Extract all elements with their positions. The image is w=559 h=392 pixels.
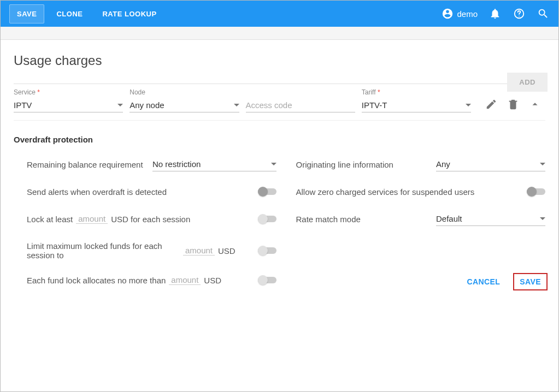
top-app-bar: SAVE CLONE RATE LOOKUP demo <box>1 1 558 27</box>
lock-at-least-toggle[interactable] <box>258 214 276 224</box>
search-icon[interactable] <box>537 7 550 20</box>
access-code-value: Access code <box>246 100 355 110</box>
chevron-down-icon <box>234 104 239 106</box>
lock-amount-input[interactable] <box>76 214 108 224</box>
cancel-button[interactable]: CANCEL <box>461 273 507 290</box>
rate-match-value: Default <box>436 214 540 223</box>
node-select[interactable]: Any node <box>130 98 239 112</box>
send-alerts-toggle[interactable] <box>258 187 276 197</box>
service-select[interactable]: IPTV <box>14 98 123 112</box>
remaining-balance-item: Remaining balance requirement No restric… <box>27 157 276 171</box>
each-fund-item: Each fund lock allocates no more than US… <box>27 275 276 285</box>
tariff-label: Tariff * <box>362 88 471 96</box>
page-title: Usage charges <box>14 53 545 68</box>
save-button[interactable]: SAVE <box>9 4 44 23</box>
node-field[interactable]: Node Any node <box>130 88 239 112</box>
usd-label: USD <box>218 246 236 256</box>
node-label: Node <box>130 88 239 96</box>
service-value: IPTV <box>14 100 117 110</box>
chevron-down-icon <box>466 104 471 106</box>
notifications-icon[interactable] <box>489 7 502 20</box>
chevron-down-icon <box>540 217 545 220</box>
limit-max-item: Limit maximum locked funds for each sess… <box>27 241 276 260</box>
help-icon[interactable] <box>513 7 526 20</box>
rate-match-label: Rate match mode <box>296 215 431 224</box>
allow-zero-toggle[interactable] <box>527 187 545 197</box>
usd-label: USD <box>204 276 221 285</box>
clone-button[interactable]: CLONE <box>49 4 90 23</box>
allow-zero-item: Allow zero charged services for suspende… <box>296 187 546 197</box>
charge-row: Service * IPTV Node Any node Access code… <box>14 84 545 121</box>
user-name: demo <box>457 9 478 19</box>
each-fund-toggle[interactable] <box>258 275 276 285</box>
add-button[interactable]: ADD <box>507 73 548 92</box>
chevron-down-icon <box>117 104 123 106</box>
page: Usage charges ADD Service * IPTV Node An… <box>1 40 558 298</box>
lock-suffix-label: USD for each session <box>111 215 190 224</box>
each-fund-label: Each fund lock allocates no more than <box>27 276 166 285</box>
chevron-down-icon <box>271 163 276 165</box>
rate-match-select[interactable]: Default <box>436 212 545 226</box>
access-code-input[interactable]: Access code <box>246 98 355 112</box>
account-icon <box>442 7 454 20</box>
rate-match-item: Rate match mode Default <box>296 212 546 226</box>
save-dialog-button[interactable]: SAVE <box>513 273 548 290</box>
edit-icon[interactable] <box>485 98 497 110</box>
limit-amount-input[interactable] <box>183 246 215 256</box>
oli-value: Any <box>436 159 540 169</box>
chevron-down-icon <box>540 163 545 165</box>
remaining-balance-select[interactable]: No restriction <box>152 157 276 171</box>
dialog-footer: CANCEL SAVE <box>461 273 548 290</box>
row-actions <box>478 98 545 112</box>
tariff-field[interactable]: Tariff * IPTV-T <box>362 88 471 112</box>
access-code-field[interactable]: Access code <box>246 96 355 112</box>
user-chip[interactable]: demo <box>442 7 478 20</box>
top-right: demo <box>442 7 550 20</box>
limit-max-toggle[interactable] <box>258 246 276 256</box>
overdraft-grid: Remaining balance requirement No restric… <box>27 157 545 285</box>
allow-zero-label: Allow zero charged services for suspende… <box>296 187 522 197</box>
collapse-icon[interactable] <box>529 98 541 110</box>
send-alerts-item: Send alerts when overdraft is detected <box>27 187 276 197</box>
oli-item: Originating line information Any <box>296 157 546 171</box>
each-fund-amount-input[interactable] <box>169 275 201 285</box>
remaining-balance-value: No restriction <box>152 159 271 169</box>
tariff-select[interactable]: IPTV-T <box>362 98 471 112</box>
service-label: Service * <box>14 88 123 96</box>
send-alerts-label: Send alerts when overdraft is detected <box>27 187 252 197</box>
overdraft-section: Overdraft protection Remaining balance r… <box>14 121 545 285</box>
lock-at-least-item: Lock at least USD for each session <box>27 212 276 226</box>
node-value: Any node <box>130 100 233 110</box>
delete-icon[interactable] <box>507 98 519 110</box>
rate-lookup-button[interactable]: RATE LOOKUP <box>95 4 164 23</box>
lock-prefix-label: Lock at least <box>27 215 73 224</box>
top-actions: SAVE CLONE RATE LOOKUP <box>9 4 164 23</box>
oli-label: Originating line information <box>296 160 431 169</box>
limit-max-label: Limit maximum locked funds for each sess… <box>27 241 180 260</box>
section-title: Overdraft protection <box>14 135 545 144</box>
sub-bar <box>1 27 558 40</box>
svg-point-1 <box>519 16 519 16</box>
remaining-balance-label: Remaining balance requirement <box>27 160 147 169</box>
oli-select[interactable]: Any <box>436 157 545 171</box>
service-field[interactable]: Service * IPTV <box>14 88 123 112</box>
tariff-value: IPTV-T <box>362 100 466 110</box>
